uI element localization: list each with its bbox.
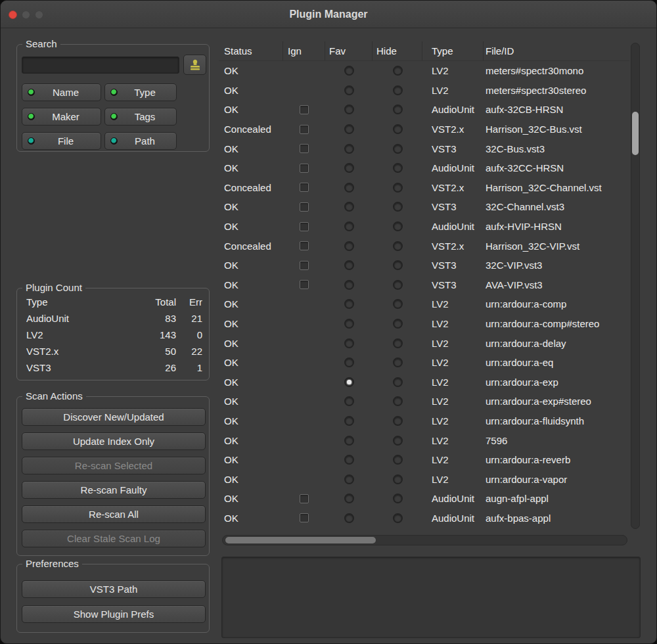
- vertical-scrollbar[interactable]: [631, 43, 640, 529]
- search-toggle-name[interactable]: Name: [22, 83, 101, 101]
- column-header-file-id[interactable]: File/ID: [484, 41, 629, 60]
- horizontal-scrollbar-thumb[interactable]: [225, 537, 376, 543]
- ignore-checkbox[interactable]: [300, 261, 309, 270]
- ignore-checkbox[interactable]: [300, 202, 309, 212]
- search-toggle-maker[interactable]: Maker: [22, 108, 101, 126]
- favorite-radio[interactable]: [344, 357, 354, 367]
- favorite-radio[interactable]: [344, 319, 354, 329]
- hide-radio[interactable]: [393, 66, 403, 76]
- hide-radio[interactable]: [393, 241, 403, 251]
- plugin-row[interactable]: OKLV2urn:ardour:a-vapor: [219, 469, 629, 489]
- plugin-row[interactable]: OKVST332C-Channel.vst3: [219, 197, 629, 217]
- hide-radio[interactable]: [393, 280, 403, 290]
- plugin-row[interactable]: OKLV2urn:ardour:a-eq: [219, 353, 629, 373]
- plugin-row[interactable]: OKAudioUnitaugn-afpl-appl: [219, 489, 629, 509]
- hide-radio[interactable]: [393, 163, 403, 173]
- hide-radio[interactable]: [393, 124, 403, 134]
- favorite-radio[interactable]: [344, 436, 354, 446]
- plugin-row[interactable]: OKVST3AVA-VIP.vst3: [219, 275, 629, 295]
- favorite-radio[interactable]: [344, 183, 354, 193]
- hide-radio[interactable]: [393, 396, 403, 406]
- hide-radio[interactable]: [393, 494, 403, 503]
- ignore-checkbox[interactable]: [300, 513, 309, 522]
- vst3-path-button[interactable]: VST3 Path: [22, 580, 206, 598]
- re-scan-all-button[interactable]: Re-scan All: [22, 505, 206, 523]
- favorite-radio[interactable]: [344, 299, 354, 309]
- search-input[interactable]: [22, 57, 179, 74]
- show-plugin-prefs-button[interactable]: Show Plugin Prefs: [22, 605, 206, 623]
- plugin-row[interactable]: OKAudioUnitaufx-32CC-HRSN: [219, 158, 629, 178]
- plugin-row[interactable]: ConcealedVST2.xHarrison_32C-VIP.vst: [219, 236, 629, 256]
- favorite-radio[interactable]: [344, 144, 354, 154]
- discover-new-updated-button[interactable]: Discover New/Updated: [22, 408, 206, 426]
- favorite-radio[interactable]: [344, 455, 354, 465]
- hide-radio[interactable]: [393, 144, 403, 154]
- plugin-row[interactable]: OKVST332C-VIP.vst3: [219, 256, 629, 275]
- hide-radio[interactable]: [393, 299, 403, 309]
- ignore-checkbox[interactable]: [300, 144, 309, 153]
- hide-radio[interactable]: [393, 202, 403, 212]
- re-scan-faulty-button[interactable]: Re-scan Faulty: [22, 481, 206, 499]
- ignore-checkbox[interactable]: [300, 222, 309, 231]
- favorite-radio[interactable]: [344, 396, 354, 406]
- plugin-row[interactable]: OKLV2urn:ardour:a-exp#stereo: [219, 392, 629, 411]
- favorite-radio[interactable]: [344, 241, 354, 251]
- hide-radio[interactable]: [393, 357, 403, 367]
- plugin-row[interactable]: OKLV2meters#spectr30stereo: [219, 81, 629, 101]
- favorite-radio[interactable]: [344, 85, 354, 95]
- column-header-status[interactable]: Status: [219, 41, 283, 60]
- favorite-radio[interactable]: [344, 513, 354, 523]
- favorite-radio[interactable]: [344, 202, 354, 212]
- favorite-radio[interactable]: [344, 66, 354, 76]
- plugin-row[interactable]: OKLV2urn:ardour:a-comp: [219, 294, 629, 314]
- hide-radio[interactable]: [393, 260, 403, 270]
- column-header-hide[interactable]: Hide: [373, 41, 422, 60]
- favorite-radio[interactable]: [344, 124, 354, 134]
- ignore-checkbox[interactable]: [300, 241, 309, 250]
- favorite-radio[interactable]: [344, 416, 354, 426]
- hide-radio[interactable]: [393, 416, 403, 426]
- hide-radio[interactable]: [393, 455, 403, 465]
- hide-radio[interactable]: [393, 338, 403, 348]
- favorite-radio[interactable]: [344, 494, 354, 503]
- clear-search-button[interactable]: [183, 55, 206, 75]
- ignore-checkbox[interactable]: [300, 494, 309, 503]
- ignore-checkbox[interactable]: [300, 183, 309, 192]
- plugin-row[interactable]: OKVST332C-Bus.vst3: [219, 139, 629, 158]
- favorite-radio[interactable]: [344, 163, 354, 173]
- plugin-row[interactable]: OKLV2meters#spectr30mono: [219, 61, 629, 81]
- plugin-row[interactable]: ConcealedVST2.xHarrison_32C-Channel.vst: [219, 178, 629, 198]
- plugin-row[interactable]: OKLV2urn:ardour:a-reverb: [219, 450, 629, 470]
- hide-radio[interactable]: [393, 513, 403, 523]
- update-index-only-button[interactable]: Update Index Only: [22, 432, 206, 450]
- favorite-radio[interactable]: [344, 260, 354, 270]
- search-toggle-tags[interactable]: Tags: [104, 108, 177, 126]
- hide-radio[interactable]: [393, 221, 403, 231]
- hide-radio[interactable]: [393, 436, 403, 446]
- favorite-radio[interactable]: [344, 104, 354, 114]
- hide-radio[interactable]: [393, 474, 403, 484]
- favorite-radio[interactable]: [344, 377, 354, 387]
- search-toggle-file[interactable]: File: [22, 132, 101, 150]
- favorite-radio[interactable]: [344, 280, 354, 290]
- ignore-checkbox[interactable]: [300, 280, 309, 289]
- column-header-fav[interactable]: Fav: [325, 41, 373, 60]
- ignore-checkbox[interactable]: [300, 105, 309, 114]
- plugin-row[interactable]: OKLV2urn:ardour:a-comp#stereo: [219, 314, 629, 334]
- hide-radio[interactable]: [393, 183, 403, 193]
- hide-radio[interactable]: [393, 85, 403, 95]
- plugin-row[interactable]: OKLV27596: [219, 430, 629, 450]
- plugin-row[interactable]: ConcealedVST2.xHarrison_32C-Bus.vst: [219, 120, 629, 139]
- plugin-row[interactable]: OKAudioUnitaufx-bpas-appl: [219, 509, 629, 528]
- vertical-scrollbar-thumb[interactable]: [632, 112, 639, 155]
- favorite-radio[interactable]: [344, 474, 354, 484]
- ignore-checkbox[interactable]: [300, 125, 309, 134]
- plugin-row[interactable]: OKLV2urn:ardour:a-fluidsynth: [219, 411, 629, 431]
- favorite-radio[interactable]: [344, 221, 354, 231]
- hide-radio[interactable]: [393, 319, 403, 329]
- search-toggle-type[interactable]: Type: [104, 83, 177, 101]
- plugin-row[interactable]: OKAudioUnitaufx-32CB-HRSN: [219, 100, 629, 120]
- search-toggle-path[interactable]: Path: [104, 132, 177, 150]
- horizontal-scrollbar[interactable]: [222, 535, 627, 545]
- hide-radio[interactable]: [393, 377, 403, 387]
